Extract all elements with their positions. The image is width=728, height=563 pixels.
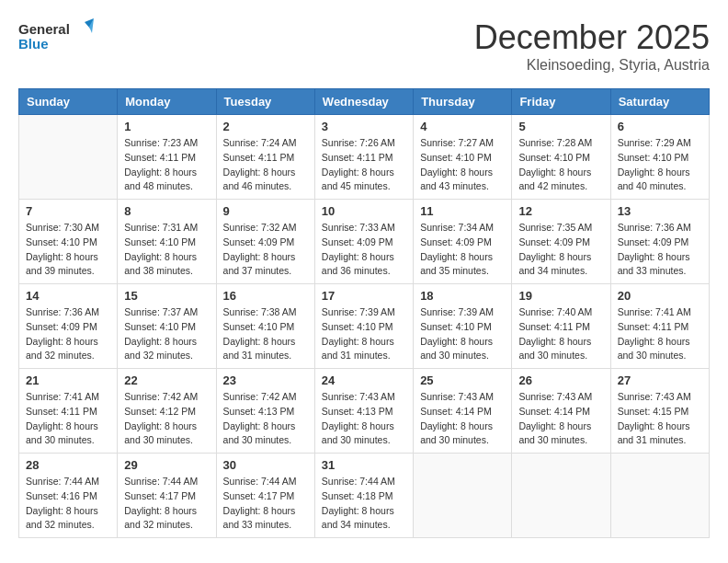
sunset-text: Sunset: 4:10 PM (420, 151, 505, 166)
day-number: 15 (124, 289, 209, 303)
sunset-text: Sunset: 4:10 PM (518, 151, 603, 166)
calendar-header-row: SundayMondayTuesdayWednesdayThursdayFrid… (19, 89, 710, 115)
sunrise-text: Sunrise: 7:43 AM (322, 390, 406, 405)
calendar-cell: 19Sunrise: 7:40 AMSunset: 4:11 PMDayligh… (512, 284, 610, 369)
page-header: GeneralBlue December 2025 Kleinsoeding, … (18, 18, 710, 74)
day-info: Sunrise: 7:42 AMSunset: 4:12 PMDaylight:… (124, 390, 209, 448)
day-number: 3 (322, 120, 406, 133)
daylight-text: Daylight: 8 hours and 30 minutes. (223, 419, 308, 449)
daylight-text: Daylight: 8 hours and 40 minutes. (618, 166, 702, 195)
calendar-cell: 6Sunrise: 7:29 AMSunset: 4:10 PMDaylight… (610, 115, 709, 200)
sunset-text: Sunset: 4:09 PM (518, 236, 603, 250)
day-info: Sunrise: 7:41 AMSunset: 4:11 PMDaylight:… (26, 390, 110, 448)
calendar-cell: 26Sunrise: 7:43 AMSunset: 4:14 PMDayligh… (512, 369, 610, 454)
day-info: Sunrise: 7:44 AMSunset: 4:16 PMDaylight:… (26, 475, 110, 533)
day-number: 9 (223, 204, 308, 218)
logo-container: GeneralBlue (18, 18, 101, 57)
day-number: 24 (322, 373, 406, 387)
sunset-text: Sunset: 4:10 PM (618, 151, 702, 166)
calendar-cell: 12Sunrise: 7:35 AMSunset: 4:09 PMDayligh… (512, 200, 610, 284)
day-number: 29 (124, 458, 209, 472)
calendar-cell: 20Sunrise: 7:41 AMSunset: 4:11 PMDayligh… (610, 284, 709, 369)
calendar-cell: 31Sunrise: 7:44 AMSunset: 4:18 PMDayligh… (314, 454, 413, 538)
day-info: Sunrise: 7:41 AMSunset: 4:11 PMDaylight:… (618, 305, 702, 363)
calendar-cell: 29Sunrise: 7:44 AMSunset: 4:17 PMDayligh… (118, 454, 216, 538)
sunrise-text: Sunrise: 7:32 AM (223, 221, 308, 236)
day-info: Sunrise: 7:44 AMSunset: 4:17 PMDaylight:… (124, 475, 209, 533)
sunset-text: Sunset: 4:10 PM (420, 320, 505, 335)
sunset-text: Sunset: 4:14 PM (420, 405, 505, 419)
calendar-cell: 22Sunrise: 7:42 AMSunset: 4:12 PMDayligh… (118, 369, 216, 454)
day-number: 17 (322, 289, 406, 303)
calendar-cell: 7Sunrise: 7:30 AMSunset: 4:10 PMDaylight… (19, 200, 118, 284)
day-info: Sunrise: 7:27 AMSunset: 4:10 PMDaylight:… (420, 136, 505, 194)
sunrise-text: Sunrise: 7:42 AM (124, 390, 209, 405)
day-number: 25 (420, 373, 505, 387)
sunrise-text: Sunrise: 7:44 AM (322, 475, 406, 489)
daylight-text: Daylight: 8 hours and 30 minutes. (322, 419, 406, 449)
sunset-text: Sunset: 4:10 PM (124, 320, 209, 335)
sunset-text: Sunset: 4:18 PM (322, 489, 406, 504)
day-info: Sunrise: 7:38 AMSunset: 4:10 PMDaylight:… (223, 305, 308, 363)
daylight-text: Daylight: 8 hours and 34 minutes. (518, 250, 603, 280)
day-number: 31 (322, 458, 406, 472)
sunrise-text: Sunrise: 7:30 AM (26, 221, 110, 236)
day-number: 30 (223, 458, 308, 472)
daylight-text: Daylight: 8 hours and 30 minutes. (420, 419, 505, 449)
calendar-cell (610, 454, 709, 538)
daylight-text: Daylight: 8 hours and 45 minutes. (322, 166, 406, 195)
sunset-text: Sunset: 4:13 PM (223, 405, 308, 419)
column-header-monday: Monday (118, 89, 216, 115)
column-header-thursday: Thursday (414, 89, 512, 115)
day-info: Sunrise: 7:40 AMSunset: 4:11 PMDaylight:… (518, 305, 603, 363)
day-info: Sunrise: 7:24 AMSunset: 4:11 PMDaylight:… (223, 136, 308, 194)
calendar-cell: 15Sunrise: 7:37 AMSunset: 4:10 PMDayligh… (118, 284, 216, 369)
calendar-cell: 2Sunrise: 7:24 AMSunset: 4:11 PMDaylight… (216, 115, 314, 200)
sunset-text: Sunset: 4:11 PM (26, 405, 110, 419)
calendar-cell: 18Sunrise: 7:39 AMSunset: 4:10 PMDayligh… (414, 284, 512, 369)
day-info: Sunrise: 7:32 AMSunset: 4:09 PMDaylight:… (223, 221, 308, 279)
day-number: 23 (223, 373, 308, 387)
day-number: 8 (124, 204, 209, 218)
sunrise-text: Sunrise: 7:44 AM (26, 475, 110, 489)
calendar-cell (512, 454, 610, 538)
week-row-1: 1Sunrise: 7:23 AMSunset: 4:11 PMDaylight… (19, 115, 710, 200)
calendar-cell: 1Sunrise: 7:23 AMSunset: 4:11 PMDaylight… (118, 115, 216, 200)
day-info: Sunrise: 7:39 AMSunset: 4:10 PMDaylight:… (420, 305, 505, 363)
sunrise-text: Sunrise: 7:34 AM (420, 221, 505, 236)
sunset-text: Sunset: 4:11 PM (223, 151, 308, 166)
day-info: Sunrise: 7:37 AMSunset: 4:10 PMDaylight:… (124, 305, 209, 363)
sunset-text: Sunset: 4:10 PM (223, 320, 308, 335)
svg-text:General: General (18, 21, 70, 37)
day-number: 18 (420, 289, 505, 303)
sunrise-text: Sunrise: 7:31 AM (124, 221, 209, 236)
sunset-text: Sunset: 4:16 PM (26, 489, 110, 504)
sunrise-text: Sunrise: 7:42 AM (223, 390, 308, 405)
daylight-text: Daylight: 8 hours and 30 minutes. (26, 419, 110, 449)
daylight-text: Daylight: 8 hours and 31 minutes. (223, 335, 308, 364)
sunrise-text: Sunrise: 7:41 AM (618, 305, 702, 320)
logo: GeneralBlue (18, 18, 101, 57)
sunset-text: Sunset: 4:10 PM (322, 320, 406, 335)
sunrise-text: Sunrise: 7:33 AM (322, 221, 406, 236)
calendar-cell: 30Sunrise: 7:44 AMSunset: 4:17 PMDayligh… (216, 454, 314, 538)
sunrise-text: Sunrise: 7:28 AM (518, 136, 603, 151)
sunrise-text: Sunrise: 7:41 AM (26, 390, 110, 405)
sunrise-text: Sunrise: 7:40 AM (518, 305, 603, 320)
sunrise-text: Sunrise: 7:37 AM (124, 305, 209, 320)
day-number: 7 (26, 204, 110, 218)
day-number: 16 (223, 289, 308, 303)
calendar-cell: 25Sunrise: 7:43 AMSunset: 4:14 PMDayligh… (414, 369, 512, 454)
day-number: 21 (26, 373, 110, 387)
day-info: Sunrise: 7:29 AMSunset: 4:10 PMDaylight:… (618, 136, 702, 194)
day-info: Sunrise: 7:26 AMSunset: 4:11 PMDaylight:… (322, 136, 406, 194)
calendar-cell: 13Sunrise: 7:36 AMSunset: 4:09 PMDayligh… (610, 200, 709, 284)
sunset-text: Sunset: 4:09 PM (322, 236, 406, 250)
day-number: 26 (518, 373, 603, 387)
svg-text:Blue: Blue (18, 36, 49, 52)
daylight-text: Daylight: 8 hours and 32 minutes. (26, 504, 110, 534)
day-info: Sunrise: 7:34 AMSunset: 4:09 PMDaylight:… (420, 221, 505, 279)
day-number: 10 (322, 204, 406, 218)
calendar-cell: 9Sunrise: 7:32 AMSunset: 4:09 PMDaylight… (216, 200, 314, 284)
daylight-text: Daylight: 8 hours and 30 minutes. (518, 335, 603, 364)
